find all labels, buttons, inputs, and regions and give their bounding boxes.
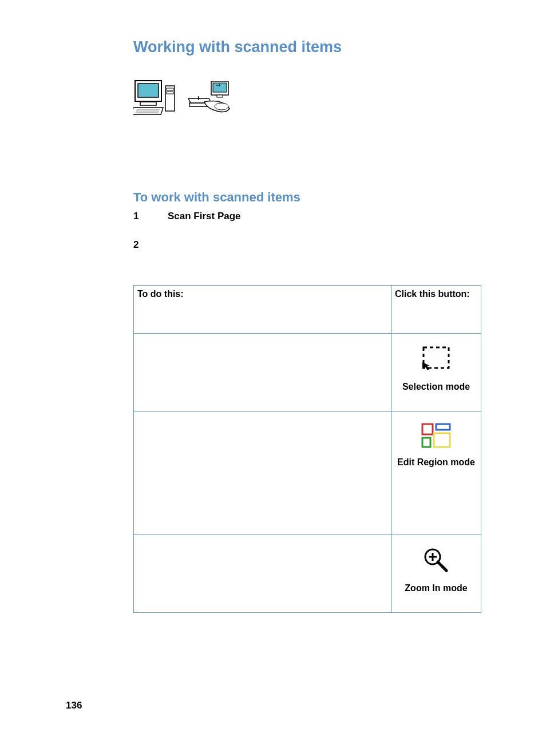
- step-number: 2: [133, 239, 168, 251]
- svg-rect-18: [422, 438, 430, 447]
- section-heading: To work with scanned items: [133, 190, 489, 205]
- svg-rect-19: [434, 433, 450, 447]
- svg-rect-11: [217, 95, 223, 97]
- scanner-illustration: [133, 79, 489, 116]
- table-header-col2: Click this button:: [391, 286, 481, 334]
- svg-point-14: [215, 103, 228, 110]
- edit-region-mode-icon: [421, 423, 451, 450]
- table-cell-button: Zoom In mode: [391, 535, 481, 613]
- step-list: 1 Scan First Page 2: [133, 211, 489, 251]
- icon-label: Selection mode: [395, 382, 477, 392]
- step-text: Scan First Page: [168, 211, 241, 222]
- table-cell-button: Edit Region mode: [391, 411, 481, 535]
- selection-mode-icon: [420, 345, 452, 375]
- step-number: 1: [133, 211, 168, 222]
- table-cell-button: Selection mode: [391, 334, 481, 411]
- icon-label: Zoom In mode: [395, 583, 477, 593]
- zoom-in-mode-icon: [422, 547, 450, 576]
- svg-rect-7: [167, 88, 173, 90]
- table-cell-desc: [134, 334, 391, 411]
- table-cell-desc: [134, 411, 391, 535]
- table-cell-desc: [134, 535, 391, 613]
- table-header-col1: To do this:: [134, 286, 391, 334]
- actions-table: To do this: Click this button: Selection…: [133, 285, 481, 613]
- svg-rect-16: [422, 424, 433, 434]
- icon-label: Edit Region mode: [395, 457, 477, 468]
- svg-rect-17: [436, 424, 450, 430]
- page-number: 136: [66, 700, 82, 711]
- svg-rect-2: [140, 102, 156, 105]
- svg-line-23: [438, 562, 446, 571]
- svg-rect-1: [138, 84, 159, 97]
- page-title: Working with scanned items: [133, 38, 489, 56]
- svg-rect-8: [167, 92, 173, 94]
